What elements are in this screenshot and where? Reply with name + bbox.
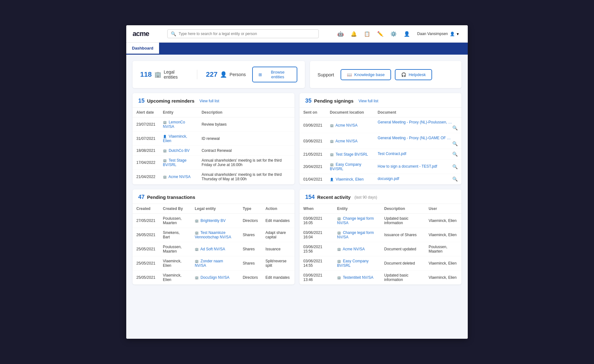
col-act-description: Description <box>380 204 425 214</box>
support-card: Support 📖 Knowledge base 🎧 Helpdesk <box>310 61 461 88</box>
activity-header: 154 Recent activity (last 90 days) <box>300 189 461 204</box>
col-description: Description <box>198 108 294 117</box>
location-link[interactable]: Vlaeminck, Elien <box>336 177 364 182</box>
persons-count: 227 <box>206 70 218 79</box>
signings-view-link[interactable]: View full list <box>359 99 378 103</box>
transactions-title: Pending transactions <box>147 194 195 200</box>
legal-count: 118 <box>140 70 152 79</box>
main-content: 118 🏢 Legal entities 227 👤 Persons ⊞ Bro… <box>126 55 468 339</box>
search-doc-icon[interactable]: 🔍 <box>452 125 458 130</box>
reminder-entity-cell: 🏢 Test Stage BV/SRL <box>159 156 198 170</box>
tx-created-by-cell: Poulussen, Maarten <box>159 214 191 228</box>
building-icon: 🏢 <box>337 276 341 279</box>
reminder-desc-cell[interactable]: Annual shareholders' meeting is set for … <box>198 170 294 184</box>
col-document: Document <box>374 108 461 117</box>
tx-action-cell[interactable]: Edit mandates <box>262 271 294 285</box>
act-entity-cell: 🏢 Testentiteit NV/SA <box>333 271 380 285</box>
building-icon: 🏢 <box>330 124 334 127</box>
reminder-entity-cell: 🏢 DutchCo BV <box>159 146 198 156</box>
tx-entity-link[interactable]: Brightentity BV <box>200 218 225 223</box>
person-icon: 👤 <box>220 71 227 78</box>
pending-transactions-panel: 47 Pending transactions Created Created … <box>133 189 294 284</box>
tx-action-cell[interactable]: Issuance <box>262 242 294 256</box>
entity-link[interactable]: Acme NV/SA <box>169 175 191 179</box>
tx-action-cell[interactable]: Edit mandates <box>262 214 294 228</box>
tx-action-cell[interactable]: Adapt share capital <box>262 228 294 242</box>
table-row: 27/05/2021 Poulussen, Maarten 🏢 Brighten… <box>133 214 294 228</box>
entity-link[interactable]: DutchCo BV <box>169 148 189 153</box>
pending-signings-header: 35 Pending signings View full list <box>300 93 461 108</box>
tx-action-cell[interactable]: Split/reverse split <box>262 256 294 271</box>
signing-location-cell: 🏢 Acme NV/SA <box>326 117 374 133</box>
col-created-by: Created By <box>159 204 191 214</box>
building-icon: 🏢 <box>195 231 199 235</box>
top-widgets: 118 🏢 Legal entities 227 👤 Persons ⊞ Bro… <box>133 61 461 88</box>
document-search-icon-btn[interactable]: 📋 <box>362 28 372 39</box>
search-doc-icon[interactable]: 🔍 <box>452 141 458 146</box>
sign-icon-btn[interactable]: ✏️ <box>375 28 386 39</box>
signing-doc-cell: docusign.pdf 🔍 <box>374 174 461 185</box>
act-entity-link[interactable]: Change legal form NV/SA <box>337 230 374 239</box>
act-entity-link[interactable]: Change legal form NV/SA <box>337 216 374 225</box>
search-doc-icon[interactable]: 🔍 <box>452 152 458 157</box>
building-icon: 🏢 <box>337 217 341 220</box>
document-link[interactable]: docusign.pdf <box>378 176 399 181</box>
document-link[interactable]: How to sign a document - TEST.pdf <box>378 164 437 169</box>
act-entity-link[interactable]: Acme NV/SA <box>343 247 365 251</box>
middle-panels-row: 15 Upcoming reminders View full list Ale… <box>133 93 461 184</box>
search-doc-icon[interactable]: 🔍 <box>452 164 458 169</box>
user-menu[interactable]: Daan Vansimpsen 👤 ▾ <box>415 30 461 38</box>
tx-entity-cell: 🏢 Zonder naam NV/SA <box>191 256 239 271</box>
table-row: 17/04/2022 🏢 Test Stage BV/SRL Annual sh… <box>133 156 294 170</box>
location-link[interactable]: Acme NV/SA <box>336 123 358 128</box>
knowledge-base-button[interactable]: 📖 Knowledge base <box>341 69 391 80</box>
user-icon-btn[interactable]: 👤 <box>401 28 412 39</box>
act-entity-link[interactable]: Testentiteit NV/SA <box>343 275 373 280</box>
table-row: 03/06/2021 15:56 🏢 Acme NV/SA Document u… <box>300 242 461 256</box>
building-icon: 🏢 <box>195 276 199 279</box>
reminder-desc-cell[interactable]: Review bylaws <box>198 117 294 132</box>
building-icon: 🏢 <box>330 153 334 156</box>
col-when: When <box>300 204 333 214</box>
reminders-view-link[interactable]: View full list <box>199 99 219 103</box>
search-doc-icon[interactable]: 🔍 <box>452 176 458 182</box>
act-entity-cell: 🏢 Easy Company BV/SRL <box>333 256 380 271</box>
location-link[interactable]: Acme NV/SA <box>336 139 358 143</box>
search-bar[interactable]: 🔍 <box>167 29 319 38</box>
col-legal-entity: Legal entity <box>191 204 239 214</box>
settings-icon-btn[interactable]: ⚙️ <box>388 28 399 39</box>
reminder-desc-cell[interactable]: Annual shareholders' meeting is set for … <box>198 156 294 170</box>
document-link[interactable]: General Meeting - Proxy (NL)-Poulussen, … <box>378 120 454 124</box>
signing-doc-cell: How to sign a document - TEST.pdf 🔍 <box>374 160 461 174</box>
activity-table: When Entity Description User 03/06/2021 … <box>300 204 461 284</box>
helpdesk-button[interactable]: 🎧 Helpdesk <box>395 69 432 80</box>
tx-entity-link[interactable]: Test Naamloze Vennootschap NV/SA <box>195 230 231 239</box>
act-entity-link[interactable]: Easy Company BV/SRL <box>337 259 369 268</box>
search-input[interactable] <box>179 32 315 36</box>
nav-item-dashboard[interactable]: Dashboard <box>126 43 159 55</box>
reminders-table: Alert date Entity Description 23/07/2021… <box>133 108 294 184</box>
tx-entity-link[interactable]: DocuSign NV/SA <box>200 275 229 280</box>
header-actions: 🤖 🔔 📋 ✏️ ⚙️ 👤 Daan Vansimpsen 👤 ▾ <box>335 28 461 39</box>
bot-icon-btn[interactable]: 🤖 <box>335 28 346 39</box>
tx-created-by-cell: Smekens, Bart <box>159 228 191 242</box>
signing-doc-cell: General Meeting - Proxy (NL)-Poulussen, … <box>374 117 461 133</box>
bell-icon-btn[interactable]: 🔔 <box>348 28 359 39</box>
signing-doc-cell: Test Contract.pdf 🔍 <box>374 149 461 160</box>
reminder-desc-cell[interactable]: Contract Renewal <box>198 146 294 156</box>
building-icon: 🏢 <box>163 149 167 152</box>
col-doc-location: Document location <box>326 108 374 117</box>
location-link[interactable]: Test Stage BV/SRL <box>336 152 368 157</box>
act-user-cell: Vlaeminck, Elien <box>425 256 461 271</box>
document-link[interactable]: Test Contract.pdf <box>378 152 407 156</box>
location-link[interactable]: Easy Company BV/SRL <box>330 162 361 171</box>
reminder-desc-cell[interactable]: ID renewal <box>198 132 294 146</box>
building-icon: 🏢 <box>154 71 161 78</box>
signing-location-cell: 🏢 Easy Company BV/SRL <box>326 160 374 174</box>
reminders-title: Upcoming reminders <box>147 98 194 104</box>
tx-entity-link[interactable]: Zonder naam NV/SA <box>195 259 223 268</box>
recent-activity-panel: 154 Recent activity (last 90 days) When … <box>300 189 461 284</box>
document-link[interactable]: General Meeting - Proxy (NL)-GAME OF DRO… <box>378 136 454 140</box>
tx-entity-link[interactable]: Ad Soft NV/SA <box>200 247 225 251</box>
browse-entities-button[interactable]: ⊞ Browse entities <box>252 67 297 82</box>
